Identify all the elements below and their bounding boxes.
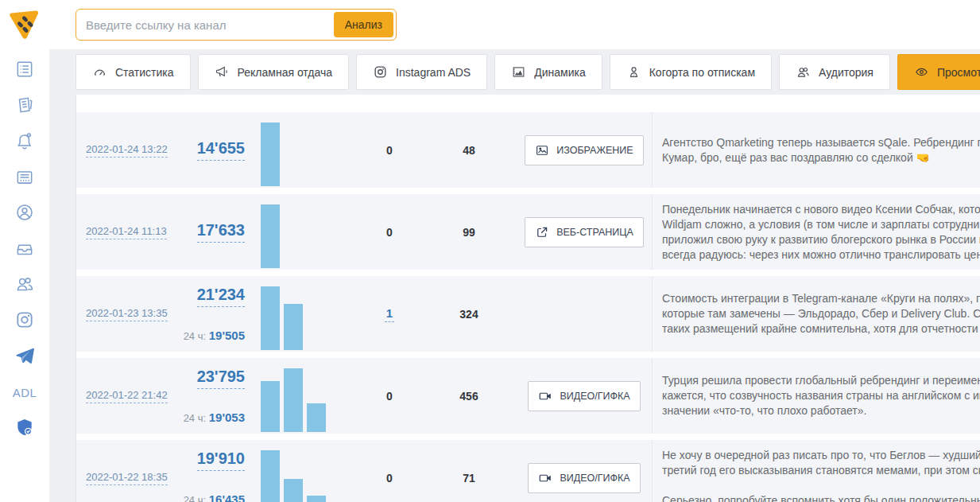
sidebar-item-list[interactable]: [0, 53, 49, 88]
post-type-badge: ВИДЕО/ГИФКА: [528, 463, 640, 493]
tab-dynamics[interactable]: Динамика: [494, 54, 602, 90]
post-date-link[interactable]: 2022-01-24 13:22: [86, 143, 168, 158]
tab-bar: СтатистикаРекламная отдачаInstagram ADSД…: [49, 49, 980, 95]
analyze-button[interactable]: Анализ: [334, 12, 393, 37]
tab-statistics[interactable]: Статистика: [76, 54, 191, 90]
view-bar: [261, 450, 280, 502]
sidebar-item-archive[interactable]: [0, 160, 49, 196]
views-24h-value: 19'053: [209, 411, 245, 424]
stat-col-2-cell: 99: [429, 194, 509, 270]
post-text-line: Кумар, бро, ещё раз вас поздравляю со сд…: [662, 150, 980, 165]
search-input[interactable]: [76, 18, 334, 32]
post-views-cell: 21'23424 ч: 19'505: [170, 276, 250, 352]
sidebar-item-users[interactable]: [0, 267, 49, 303]
app-logo[interactable]: [0, 8, 49, 41]
tab-instagram-ads[interactable]: Instagram ADS: [356, 54, 487, 90]
sidebar-item-security[interactable]: [0, 411, 49, 446]
tab-label: Динамика: [534, 66, 585, 79]
views-24h-value: 16'435: [209, 492, 245, 502]
post-date-cell: 2022-01-23 13:35: [76, 276, 170, 352]
tab-unsubscribe-cohort[interactable]: Когорта по отпискам: [610, 54, 772, 90]
sidebar-item-account[interactable]: [0, 196, 49, 232]
sidebar-item-instagram[interactable]: [0, 303, 49, 339]
views-24h-label: 24 ч:: [184, 412, 209, 424]
views-24h: 24 ч: 19'053: [184, 411, 245, 424]
post-date-cell: 2022-01-22 18:35: [76, 440, 170, 502]
post-type-cell: ВИДЕО/ГИФКА: [517, 440, 652, 502]
post-views-cell: 17'633: [170, 194, 250, 270]
sidebar-item-news[interactable]: [0, 88, 49, 124]
post-type-label: ВЕБ-СТРАНИЦА: [556, 227, 633, 238]
views-bars-chart: [250, 358, 326, 434]
external-link-icon: [535, 225, 549, 239]
stat-col-1-cell: 0: [350, 440, 429, 502]
view-bar: [261, 381, 280, 432]
post-preview: Агентство Qmarketing теперь называется s…: [652, 112, 980, 188]
post-preview: Понедельник начинается с нового видео Кс…: [652, 194, 980, 270]
views-count-link[interactable]: 19'910: [197, 449, 245, 471]
views-count-link[interactable]: 14'655: [197, 139, 245, 161]
sidebar-item-notifications[interactable]: [0, 124, 49, 160]
tab-label: Когорта по отпискам: [649, 66, 755, 79]
post-row: 2022-01-22 18:3519'91024 ч: 16'435071ВИД…: [76, 440, 980, 502]
post-row: 2022-01-22 21:4223'79524 ч: 19'0530456ВИ…: [76, 358, 980, 434]
sidebar-item-tray[interactable]: [0, 232, 49, 267]
views-count-link[interactable]: 21'234: [197, 286, 245, 307]
post-date-link[interactable]: 2022-01-22 18:35: [86, 471, 168, 485]
post-text-line: Турция решила провести глобальный ребрен…: [662, 373, 980, 388]
sidebar-item-adl[interactable]: ADL: [0, 375, 49, 411]
views-bars-chart: [250, 276, 326, 352]
shield-check-icon: [14, 417, 35, 441]
video-icon: [538, 389, 552, 403]
tab-label: Просмотры постов: [937, 66, 980, 79]
views-24h-label: 24 ч:: [184, 330, 209, 342]
post-text-line: приложил свою руку к развитию блогерског…: [662, 232, 980, 247]
post-type-badge: ВИДЕО/ГИФКА: [528, 381, 640, 411]
post-text-line: которые там замечены — Эльдорадо, Сбер и…: [662, 306, 980, 321]
post-date-cell: 2022-01-22 21:42: [76, 358, 170, 434]
post-text-line: [662, 478, 980, 493]
tab-post-views[interactable]: Просмотры постов: [897, 54, 980, 90]
sidebar-item-telegram[interactable]: [0, 339, 49, 375]
post-text-line: Понедельник начинается с нового видео Кс…: [662, 202, 980, 217]
tab-label: Рекламная отдача: [238, 66, 333, 79]
tab-label: Статистика: [115, 66, 174, 79]
adl-label: ADL: [13, 386, 37, 399]
post-type-cell: ВИДЕО/ГИФКА: [517, 358, 652, 434]
stat-col-1-cell: 0: [350, 194, 429, 270]
views-bars-chart: [250, 112, 326, 188]
views-24h-label: 24 ч:: [184, 494, 209, 502]
post-text-line: Стоимость интеграции в Telegram-канале «…: [662, 291, 980, 306]
instagram-icon: [14, 309, 35, 333]
post-preview: Турция решила провести глобальный ребрен…: [652, 358, 980, 434]
views-bars-chart: [250, 194, 326, 270]
tab-ad-performance[interactable]: Рекламная отдача: [198, 54, 350, 90]
stat-col-2-cell: 48: [429, 112, 509, 188]
post-preview: Стоимость интеграции в Telegram-канале «…: [652, 276, 980, 352]
image-icon: [535, 143, 549, 158]
view-bar: [284, 304, 303, 350]
views-count-link[interactable]: 23'795: [197, 368, 245, 389]
post-type-badge: ВЕБ-СТРАНИЦА: [525, 217, 644, 247]
stat-col-1-link[interactable]: 1: [385, 306, 394, 322]
stat-col-1-cell: 0: [350, 358, 429, 434]
post-type-badge: ИЗОБРАЖЕНИЕ: [525, 135, 643, 165]
post-text-line: значении «что-то, что плохо работает».: [662, 403, 980, 418]
topbar: Анализ: [0, 0, 980, 49]
video-icon: [538, 471, 552, 485]
post-type-cell: [517, 276, 652, 352]
views-count-link[interactable]: 17'633: [197, 221, 245, 243]
list-icon: [14, 59, 35, 83]
bell-icon: [14, 130, 35, 154]
post-date-link[interactable]: 2022-01-23 13:35: [86, 307, 168, 321]
news-icon: [14, 95, 35, 119]
tray-icon: [14, 238, 35, 262]
post-text-line: третий год его высказывания становятся м…: [662, 463, 980, 478]
tab-audience[interactable]: Аудитория: [779, 54, 890, 90]
person-icon: [626, 64, 641, 80]
inbox-docs-icon: [14, 166, 35, 190]
post-type-label: ВИДЕО/ГИФКА: [560, 473, 629, 484]
post-date-link[interactable]: 2022-01-22 21:42: [86, 389, 168, 403]
post-text-line: Серьезно, попробуйте вспомнить хотя бы о…: [662, 493, 980, 502]
post-date-link[interactable]: 2022-01-24 11:13: [86, 225, 167, 239]
